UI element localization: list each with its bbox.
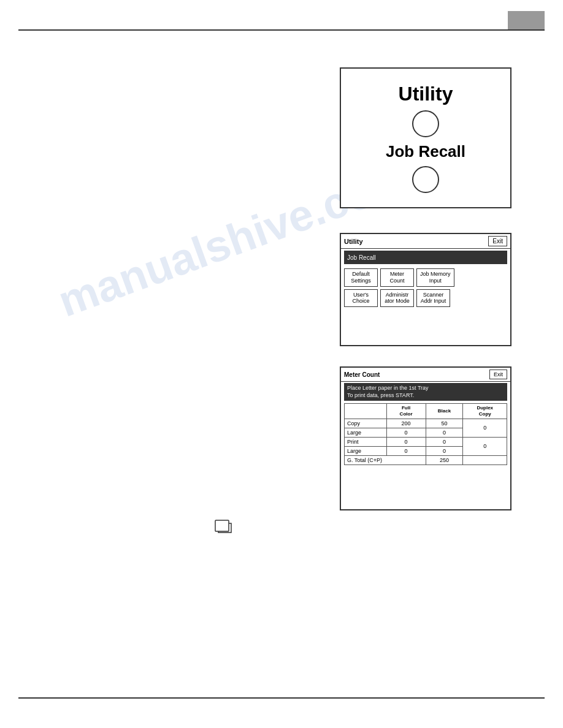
- col-header-full-color: FullColor: [386, 404, 426, 419]
- row-print-black: 0: [426, 437, 463, 446]
- row-total-empty: [463, 455, 507, 464]
- row-copy-full-color: 200: [386, 419, 426, 428]
- row-large2-full-color: 0: [386, 446, 426, 455]
- job-memory-input-button[interactable]: Job Memory Input: [416, 268, 454, 287]
- meter-count-panel: Meter Count Exit Place Letter paper in t…: [340, 366, 511, 510]
- meter-count-message-line2: To print data, press START.: [347, 392, 414, 398]
- users-choice-button[interactable]: User's Choice: [344, 289, 378, 308]
- meter-count-message-line1: Place Letter paper in the 1st Tray: [347, 385, 429, 391]
- row-label-copy: Copy: [345, 419, 387, 428]
- row-total-label: G. Total (C+P): [345, 455, 426, 464]
- page-number-box: [508, 11, 545, 29]
- table-row-total: G. Total (C+P) 250: [345, 455, 507, 464]
- utility-menu-row1: Default Settings Meter Count Job Memory …: [341, 266, 510, 288]
- utility-job-recall-panel: Utility Job Recall: [340, 67, 511, 208]
- meter-count-header: Meter Count Exit: [341, 368, 510, 382]
- note-icon: [215, 520, 232, 533]
- utility-menu-row2: User's Choice Administr ator Mode Scanne…: [341, 288, 510, 310]
- meter-count-table: FullColor Black DuplexCopy Copy 200 50 0…: [344, 403, 507, 464]
- scanner-addr-input-button[interactable]: Scanner Addr Input: [416, 289, 450, 308]
- svg-rect-0: [215, 520, 229, 531]
- job-recall-circle-indicator: [412, 166, 439, 193]
- administrator-mode-button[interactable]: Administr ator Mode: [380, 289, 414, 308]
- bottom-horizontal-rule: [18, 697, 545, 699]
- meter-count-button[interactable]: Meter Count: [380, 268, 414, 287]
- utility-menu-title: Utility: [344, 238, 363, 245]
- utility-menu-exit-button[interactable]: Exit: [488, 236, 507, 246]
- meter-count-exit-button[interactable]: Exit: [489, 370, 507, 379]
- row-large2-black: 0: [426, 446, 463, 455]
- meter-count-message: Place Letter paper in the 1st Tray To pr…: [344, 383, 507, 401]
- top-horizontal-rule: [18, 29, 545, 31]
- row-print-duplex: 0: [463, 437, 507, 455]
- row-large1-full-color: 0: [386, 428, 426, 437]
- row-copy-duplex: 0: [463, 419, 507, 437]
- row-print-full-color: 0: [386, 437, 426, 446]
- row-large1-black: 0: [426, 428, 463, 437]
- meter-count-title: Meter Count: [344, 371, 380, 378]
- row-copy-black: 50: [426, 419, 463, 428]
- col-header-duplex-copy: DuplexCopy: [463, 404, 507, 419]
- default-settings-button[interactable]: Default Settings: [344, 268, 378, 287]
- job-recall-label: Job Recall: [386, 142, 465, 161]
- row-label-print: Print: [345, 437, 387, 446]
- row-total-value: 250: [426, 455, 463, 464]
- col-header-black: Black: [426, 404, 463, 419]
- table-row-copy: Copy 200 50 0: [345, 419, 507, 428]
- utility-menu-header: Utility Exit: [341, 234, 510, 249]
- table-row-print: Print 0 0 0: [345, 437, 507, 446]
- utility-menu-highlight-text: Job Recall: [347, 254, 376, 261]
- utility-menu-panel: Utility Exit Job Recall Default Settings…: [340, 233, 511, 346]
- utility-menu-highlight-bar: Job Recall: [344, 251, 507, 264]
- row-label-large1: Large: [345, 428, 387, 437]
- utility-circle-indicator: [412, 110, 439, 137]
- row-label-large2: Large: [345, 446, 387, 455]
- col-header-empty: [345, 404, 387, 419]
- utility-label: Utility: [399, 83, 453, 105]
